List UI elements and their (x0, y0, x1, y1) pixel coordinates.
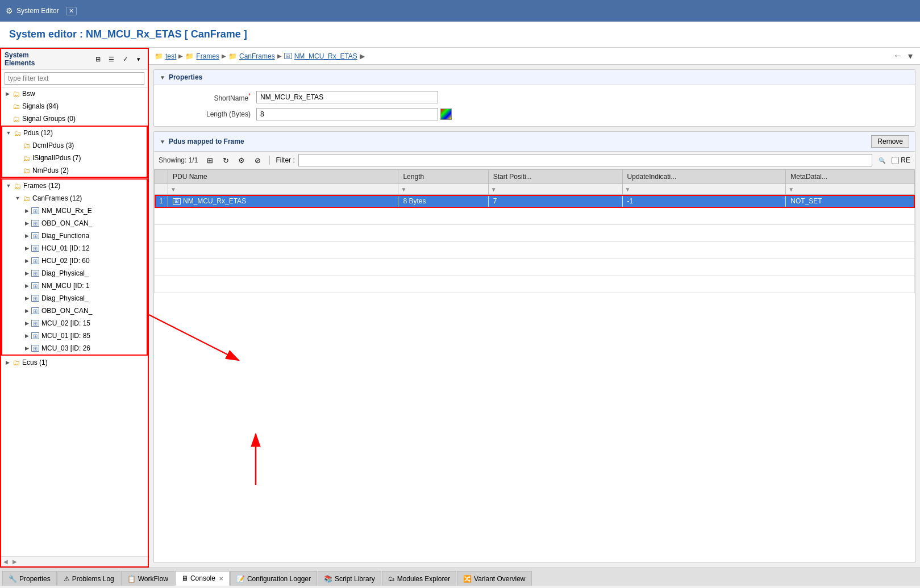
tree-item-ecus[interactable]: ▶ 🗂 Ecus (1) (1, 356, 148, 369)
expand-frames[interactable]: ▼ (5, 182, 13, 190)
shortname-input[interactable] (256, 91, 438, 103)
tab-config-logger[interactable]: 📝 Configuration Logger (230, 571, 317, 586)
remove-button[interactable]: Remove (871, 135, 909, 148)
breadcrumb-arrow: ▶ (360, 52, 365, 60)
more-btn[interactable]: ▾ (133, 53, 144, 65)
properties-toggle[interactable]: ▼ (160, 74, 165, 81)
delete-btn[interactable]: ⊘ (251, 154, 264, 166)
filter-icon-length: ▼ (401, 186, 406, 193)
tree-item-canframes[interactable]: ▼ 🗂 CanFrames (12) (2, 192, 147, 205)
list-view-btn[interactable]: ☰ (106, 53, 117, 65)
tree-item-isignalpdu[interactable]: 🗂 ISignalIPdus (7) (2, 152, 147, 164)
expand-diag-func[interactable]: ▶ (23, 232, 31, 240)
properties-header[interactable]: ▼ Properties (154, 70, 915, 85)
filter-icon-name: ▼ (170, 186, 176, 193)
tree-item-mcu02[interactable]: ▶ ⊞ MCU_02 [ID: 15 (2, 317, 147, 330)
tree-item-obd-can2[interactable]: ▶ ⊞ OBD_ON_CAN_ (2, 305, 147, 317)
breadcrumb-frames[interactable]: Frames (196, 52, 219, 60)
filter-mode-btn[interactable]: 🔍 (876, 154, 888, 166)
color-picker-btn[interactable] (440, 109, 452, 120)
length-input[interactable] (256, 108, 438, 120)
pdu-section-title: Pdus mapped to Frame (169, 137, 244, 145)
grid-view-btn[interactable]: ⊞ (92, 53, 103, 65)
table-view-btn[interactable]: ⊞ (203, 154, 216, 166)
expand-pdus[interactable]: ▼ (5, 129, 13, 137)
filter-col-length: ▼ (398, 184, 488, 195)
breadcrumb-dropdown-btn[interactable]: ▾ (906, 51, 914, 61)
expand-diag-phys2[interactable]: ▶ (23, 294, 31, 302)
expand-canframes[interactable]: ▼ (14, 194, 22, 202)
tree-item-obd-on-can[interactable]: ▶ ⊞ OBD_ON_CAN_ (2, 217, 147, 230)
tree-item-mcu01[interactable]: ▶ ⊞ MCU_01 [ID: 85 (2, 330, 147, 342)
expand-nm-mcu-rx[interactable]: ▶ (23, 207, 31, 215)
col-update-ind[interactable]: UpdateIndicati... (622, 170, 786, 184)
breadcrumb-nm-mcu[interactable]: NM_MCU_Rx_ETAS (294, 52, 357, 60)
tree-item-signal-groups[interactable]: 🗂 Signal Groups (0) (1, 112, 148, 125)
filter-input[interactable] (5, 72, 144, 85)
breadcrumb-back-btn[interactable]: ← (892, 51, 904, 61)
tab-variant-label: Variant Overview (474, 575, 525, 583)
tree-item-nm-mcu2[interactable]: ▶ ⊞ NM_MCU [ID: 1 (2, 280, 147, 292)
tree-item-nm-mcu-rx[interactable]: ▶ ⊞ NM_MCU_Rx_E (2, 205, 147, 217)
tree-label-obd-can2: OBD_ON_CAN_ (41, 307, 92, 315)
tree-item-diag-phys2[interactable]: ▶ ⊞ Diag_Physical_ (2, 292, 147, 305)
tab-console[interactable]: 🖥 Console ✕ (175, 571, 230, 586)
tree-item-signals[interactable]: 🗂 Signals (94) (1, 100, 148, 112)
tree-item-pdus[interactable]: ▼ 🗂 Pdus (12) (2, 127, 147, 139)
frame-icon-obd-on-can: ⊞ (31, 219, 40, 228)
re-checkbox-input[interactable] (892, 157, 899, 164)
tree-item-diag-func[interactable]: ▶ ⊞ Diag_Functiona (2, 230, 147, 242)
table-row[interactable]: 1 ⊞ NM_MCU_Rx_ETAS 8 Bytes 7 -1 NOT_SET (155, 195, 915, 208)
tab-modules[interactable]: 🗂 Modules Explorer (382, 571, 456, 586)
breadcrumb-test[interactable]: test (165, 52, 176, 60)
tree-item-dcmipdu[interactable]: 🗂 DcmIPdus (3) (2, 139, 147, 152)
tree-item-nmpdu[interactable]: 🗂 NmPdus (2) (2, 164, 147, 177)
tree-item-bsw[interactable]: ▶ 🗂 Bsw (1, 87, 148, 100)
tree-item-diag-phys[interactable]: ▶ ⊞ Diag_Physical_ (2, 267, 147, 280)
expand-mcu03[interactable]: ▶ (23, 344, 31, 352)
expand-hcu01[interactable]: ▶ (23, 244, 31, 252)
expand-diag-phys[interactable]: ▶ (23, 269, 31, 277)
pdu-section-toggle[interactable]: ▼ (160, 139, 165, 145)
check-btn[interactable]: ✓ (119, 53, 131, 65)
tree-label-nm-mcu2: NM_MCU [ID: 1 (41, 282, 90, 290)
expand-mcu01[interactable]: ▶ (23, 332, 31, 340)
col-start-pos[interactable]: Start Positi... (488, 170, 622, 184)
tab-script-lib[interactable]: 📚 Script Library (318, 571, 381, 586)
tree-item-frames[interactable]: ▼ 🗂 Frames (12) (2, 180, 147, 192)
tab-variant[interactable]: 🔀 Variant Overview (457, 571, 531, 586)
expand-nm-mcu2[interactable]: ▶ (23, 282, 31, 290)
tab-workflow[interactable]: 📋 WorkFlow (121, 571, 174, 586)
table-row-empty-5 (155, 276, 915, 293)
length-label: Length (Bytes) (160, 110, 251, 118)
frame-icon-mcu02: ⊞ (31, 319, 40, 328)
row-num-1: 1 (155, 195, 168, 208)
pdu-section-header[interactable]: ▼ Pdus mapped to Frame Remove (154, 132, 915, 152)
expand-bsw[interactable]: ▶ (3, 90, 11, 98)
expand-mcu02[interactable]: ▶ (23, 319, 31, 327)
tree-label-mcu01: MCU_01 [ID: 85 (41, 332, 90, 340)
settings-btn[interactable]: ⚙ (235, 154, 248, 166)
col-meta[interactable]: MetaDatal... (786, 170, 915, 184)
tree-item-mcu03[interactable]: ▶ ⊞ MCU_03 [ID: 26 (2, 342, 147, 355)
tree-item-hcu01[interactable]: ▶ ⊞ HCU_01 [ID: 12 (2, 242, 147, 255)
col-length[interactable]: Length (398, 170, 488, 184)
tree-item-hcu02[interactable]: ▶ ⊞ HCU_02 [ID: 60 (2, 255, 147, 267)
expand-ecus[interactable]: ▶ (3, 358, 11, 366)
col-pdu-name[interactable]: PDU Name (168, 170, 398, 184)
sidebar-hscroll[interactable]: ◀ ▶ (1, 556, 148, 566)
tab-properties[interactable]: 🔧 Properties (2, 571, 57, 586)
filter-input-pdu[interactable] (298, 154, 873, 166)
expand-obd-can2[interactable]: ▶ (23, 307, 31, 315)
refresh-btn[interactable]: ↻ (219, 154, 232, 166)
frame-icon-mcu01: ⊞ (31, 331, 40, 340)
breadcrumb-canframes[interactable]: CanFrames (239, 52, 275, 60)
tab-problems[interactable]: ⚠ Problems Log (57, 571, 120, 586)
expand-obd-on-can[interactable]: ▶ (23, 219, 31, 227)
re-checkbox[interactable]: RE (892, 156, 910, 164)
tab-properties-label: Properties (19, 575, 51, 583)
tab-console-close[interactable]: ✕ (219, 576, 223, 582)
expand-hcu02[interactable]: ▶ (23, 257, 31, 265)
title-bar-close[interactable]: ✕ (66, 7, 77, 15)
tab-workflow-icon: 📋 (127, 575, 136, 583)
